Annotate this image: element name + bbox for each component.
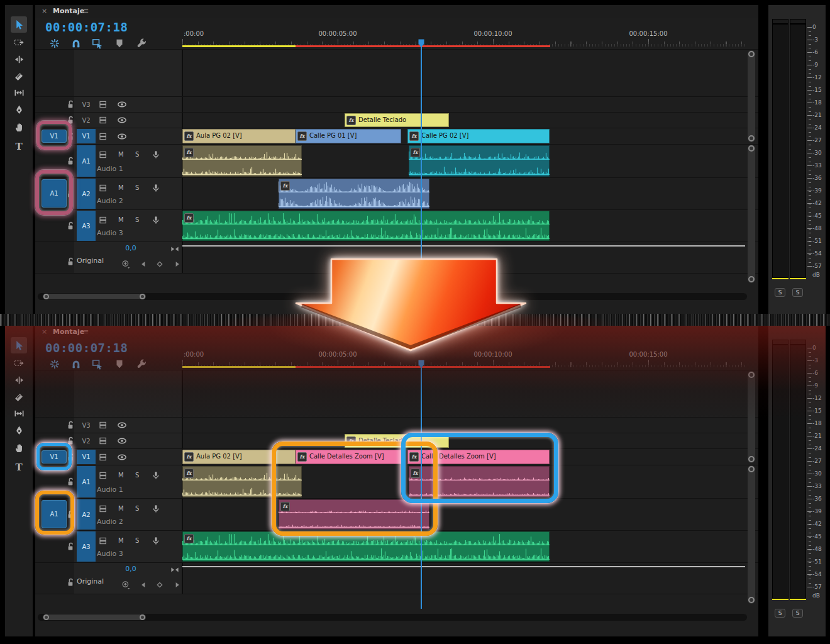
v1-source-patch[interactable]: V1 <box>42 450 67 464</box>
calle-pg01-audio[interactable]: fx <box>279 179 429 209</box>
playhead-line[interactable] <box>421 40 422 288</box>
scrollbar-handle[interactable] <box>140 294 145 299</box>
track-name-badge[interactable]: V2 <box>77 434 96 448</box>
aula-pg02-audio[interactable]: fx <box>182 145 302 177</box>
timeline-settings-wrench-icon[interactable] <box>136 38 148 50</box>
panel-menu-icon[interactable]: ≡ <box>83 7 89 15</box>
lock-open-icon[interactable] <box>65 541 75 552</box>
eye-icon[interactable] <box>117 131 127 142</box>
next-keyframe-icon[interactable] <box>172 259 182 269</box>
mic-icon[interactable] <box>151 215 161 225</box>
lock-open-icon[interactable] <box>65 477 75 487</box>
solo-button[interactable]: S <box>135 472 139 479</box>
track-name-badge[interactable]: A3 <box>77 211 96 241</box>
mute-button[interactable]: M <box>118 537 124 544</box>
scrollbar-handle[interactable] <box>748 372 755 378</box>
vertical-zoom-scrollbar[interactable] <box>748 371 755 463</box>
next-keyframe-icon[interactable] <box>172 580 182 590</box>
track-name-badge[interactable]: A2 <box>77 179 96 209</box>
scrollbar-handle[interactable] <box>140 614 145 620</box>
calle-pg02-audio[interactable]: fx <box>409 145 550 177</box>
add-keyframe-icon[interactable] <box>121 580 131 590</box>
mute-button[interactable]: M <box>118 216 124 223</box>
track-name-badge[interactable]: A3 <box>77 531 96 562</box>
eye-icon[interactable] <box>117 99 127 109</box>
sync-lock-icon[interactable] <box>98 150 108 160</box>
meter-solo-button[interactable]: S <box>792 288 803 297</box>
eye-icon[interactable] <box>117 420 127 430</box>
hand-tool[interactable] <box>11 119 27 135</box>
sync-lock-icon[interactable] <box>98 183 108 193</box>
add-marker-icon[interactable] <box>114 38 126 50</box>
lock-open-icon[interactable] <box>65 99 75 109</box>
eye-icon[interactable] <box>117 436 127 446</box>
playhead-line[interactable] <box>421 361 422 609</box>
sync-lock-icon[interactable] <box>98 131 108 142</box>
sync-lock-icon[interactable] <box>98 470 108 480</box>
scrollbar-handle[interactable] <box>43 294 49 299</box>
track-name-badge[interactable]: V3 <box>77 97 96 111</box>
magnet-snapping-icon[interactable] <box>70 358 83 371</box>
sync-lock-icon[interactable] <box>98 99 108 109</box>
scrollbar-handle[interactable] <box>748 466 755 472</box>
scrollbar-handle[interactable] <box>748 456 755 462</box>
tab-close-icon[interactable]: × <box>42 7 47 15</box>
mute-button[interactable]: M <box>118 184 124 191</box>
track-name-badge[interactable]: A1 <box>77 145 96 177</box>
selection-tool[interactable] <box>11 337 27 353</box>
track-name-badge[interactable]: V2 <box>77 113 96 127</box>
video-clip[interactable]: fxDetalle Teclado <box>345 434 449 448</box>
track-name-badge[interactable]: V1 <box>77 450 96 464</box>
sync-lock-icon[interactable] <box>98 536 108 546</box>
add-keyframe-icon[interactable] <box>121 259 131 269</box>
video-clip[interactable]: fxAula PG 02 [V] <box>182 450 296 464</box>
eye-icon[interactable] <box>117 452 127 462</box>
lock-open-icon[interactable] <box>65 221 75 231</box>
lock-open-icon[interactable] <box>65 156 75 166</box>
scrollbar-handle[interactable] <box>748 135 755 142</box>
previous-keyframe-icon[interactable] <box>138 580 148 590</box>
lock-open-icon[interactable] <box>65 420 75 430</box>
scrollbar-handle[interactable] <box>43 614 49 620</box>
video-clip[interactable]: fxCalle PG 02 [V] <box>407 129 550 143</box>
pen-tool[interactable] <box>11 101 27 118</box>
track-name-badge[interactable]: A1 <box>77 466 96 497</box>
track-select-forward-tool[interactable] <box>11 355 27 371</box>
panel-menu-icon[interactable]: ≡ <box>83 328 89 336</box>
mute-button[interactable]: M <box>118 505 124 512</box>
hand-tool[interactable] <box>11 440 27 456</box>
horizontal-zoom-scrollbar[interactable] <box>43 614 146 620</box>
lock-open-icon[interactable] <box>65 452 75 462</box>
previous-keyframe-icon[interactable] <box>138 259 148 269</box>
video-clip[interactable]: fxCalle Detalles Zoom [V] <box>296 450 401 464</box>
master-volume-value[interactable]: 0,0 <box>118 244 143 252</box>
track-name-badge[interactable]: V1 <box>77 129 96 143</box>
video-clip[interactable]: fxCalle PG 01 [V] <box>296 129 401 143</box>
timeline-settings-wrench-icon[interactable] <box>136 358 148 371</box>
magnet-snapping-icon[interactable] <box>70 38 83 50</box>
panel-tab[interactable]: ×Montaje≡ <box>35 5 758 18</box>
tab-title[interactable]: Montaje <box>53 328 84 336</box>
ripple-edit-tool[interactable] <box>11 372 27 388</box>
add-edit-snap-icon[interactable] <box>49 358 62 371</box>
solo-button[interactable]: S <box>135 216 139 223</box>
vertical-zoom-scrollbar[interactable] <box>748 50 755 142</box>
meter-solo-button[interactable]: S <box>775 609 785 618</box>
calle-detalles-zoom-audio[interactable]: fx <box>409 466 550 497</box>
add-edit-snap-icon[interactable] <box>49 38 62 50</box>
track-name-badge[interactable]: V3 <box>77 418 96 432</box>
fit-sequence-icon[interactable] <box>170 565 180 575</box>
lock-open-icon[interactable] <box>65 577 75 587</box>
work-area-bar-yellow[interactable] <box>182 366 296 368</box>
mic-icon[interactable] <box>151 536 161 546</box>
mic-icon[interactable] <box>151 504 161 514</box>
fit-sequence-icon[interactable] <box>170 244 180 254</box>
mute-button[interactable]: M <box>118 151 124 158</box>
type-tool[interactable]: T <box>11 138 27 155</box>
playhead-head[interactable] <box>418 39 424 48</box>
lock-open-icon[interactable] <box>65 509 75 519</box>
scrollbar-handle[interactable] <box>748 51 755 57</box>
lock-open-icon[interactable] <box>65 189 75 199</box>
pen-tool[interactable] <box>11 422 27 438</box>
track-select-forward-tool[interactable] <box>11 34 27 50</box>
